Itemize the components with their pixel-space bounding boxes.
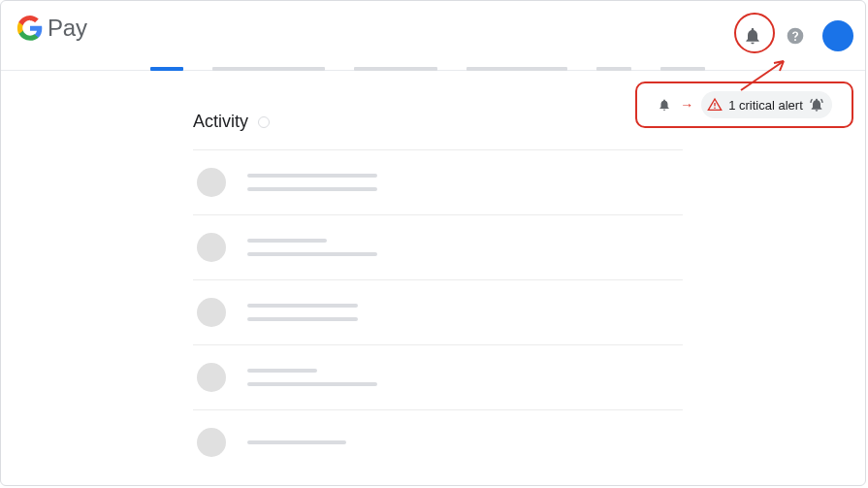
list-item[interactable] [193, 279, 683, 344]
nav-tabs [150, 67, 705, 71]
item-text [247, 369, 377, 386]
arrow-right-icon: → [680, 97, 693, 113]
alert-text: 1 critical alert [728, 98, 803, 113]
item-text [247, 239, 377, 256]
list-item[interactable] [193, 149, 683, 214]
svg-rect-2 [715, 108, 716, 109]
nav-tab[interactable] [466, 67, 567, 71]
annotation-callout: → 1 critical alert [635, 81, 853, 128]
app-header: Pay [1, 1, 865, 71]
bell-ringing-icon [809, 97, 824, 113]
nav-tab[interactable] [660, 67, 705, 71]
nav-tab[interactable] [354, 67, 437, 71]
loading-spinner-icon [258, 116, 270, 128]
help-icon [786, 26, 805, 46]
main-content: Activity [1, 71, 699, 474]
warning-triangle-icon [707, 97, 723, 113]
item-avatar [197, 363, 226, 392]
nav-tab[interactable] [150, 67, 183, 71]
activity-list [193, 149, 683, 474]
nav-tab[interactable] [212, 67, 325, 71]
item-avatar [197, 298, 226, 327]
nav-tab[interactable] [596, 67, 631, 71]
critical-alert-pill[interactable]: 1 critical alert [701, 91, 832, 118]
list-item[interactable] [193, 214, 683, 279]
item-text [247, 174, 377, 191]
brand-logo: Pay [1, 1, 87, 42]
notifications-button[interactable] [737, 20, 768, 51]
item-avatar [197, 428, 226, 457]
item-text [247, 304, 358, 321]
bell-icon [743, 26, 762, 46]
item-text [247, 440, 346, 444]
list-item[interactable] [193, 344, 683, 409]
header-actions [737, 20, 853, 51]
section-header: Activity [193, 112, 699, 149]
svg-rect-1 [715, 103, 716, 106]
brand-pay-text: Pay [48, 15, 87, 42]
help-button[interactable] [780, 20, 811, 51]
section-title: Activity [193, 112, 248, 132]
google-g-icon [16, 15, 44, 42]
item-avatar [197, 168, 226, 197]
account-avatar[interactable] [822, 20, 853, 51]
item-avatar [197, 233, 226, 262]
list-item[interactable] [193, 409, 683, 474]
bell-icon [657, 97, 672, 113]
